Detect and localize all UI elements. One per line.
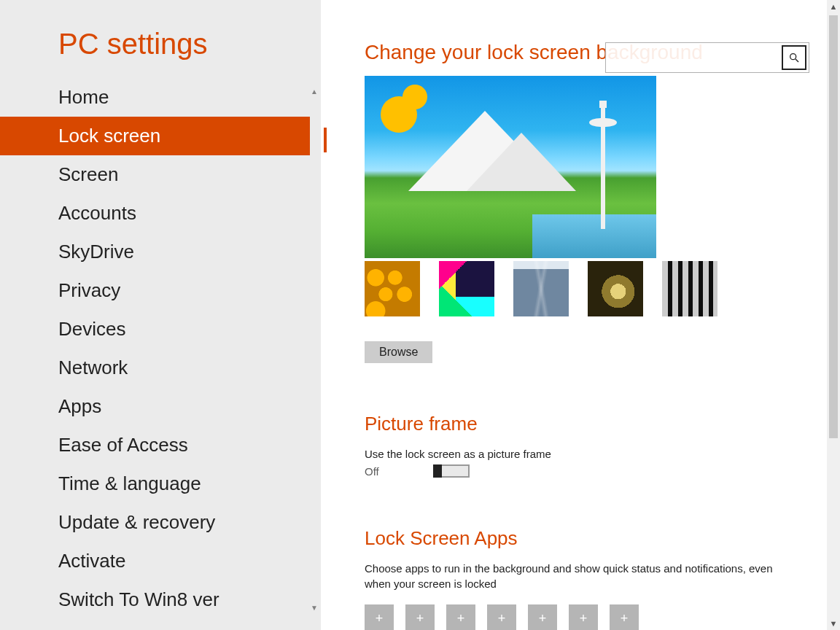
- toggle-knob-icon: [433, 464, 442, 478]
- bg-thumb-honeycomb[interactable]: [365, 261, 420, 316]
- settings-nav: Home Lock screen Screen Accounts SkyDriv…: [0, 78, 310, 619]
- nav-screen[interactable]: Screen: [0, 155, 310, 194]
- bg-thumb-color-blocks[interactable]: [439, 261, 494, 316]
- scroll-down-icon[interactable]: ▼: [310, 604, 319, 612]
- picture-frame-heading: Picture frame: [365, 413, 796, 435]
- bg-thumb-nautilus[interactable]: [588, 261, 643, 316]
- nav-time-language[interactable]: Time & language: [0, 464, 310, 503]
- lock-app-slot[interactable]: [405, 604, 435, 630]
- water-icon: [532, 214, 656, 258]
- cloud-icon: [402, 85, 427, 109]
- scroll-down-icon[interactable]: ▼: [827, 617, 840, 630]
- nav-privacy[interactable]: Privacy: [0, 271, 310, 310]
- lock-app-slot[interactable]: [528, 604, 557, 630]
- nav-update-recovery[interactable]: Update & recovery: [0, 503, 310, 542]
- picture-frame-desc: Use the lock screen as a picture frame: [365, 447, 788, 462]
- magnifier-icon: [788, 52, 800, 63]
- window-scrollbar[interactable]: ▲ ▼: [827, 0, 840, 630]
- picture-frame-toggle-row: Off: [365, 464, 796, 478]
- background-thumbnails: [365, 261, 796, 316]
- space-needle-icon: [601, 105, 605, 229]
- search-box: [605, 42, 809, 73]
- plus-icon: [498, 611, 506, 626]
- nav-skydrive[interactable]: SkyDrive: [0, 233, 310, 271]
- browse-button[interactable]: Browse: [365, 341, 432, 363]
- lock-app-slot[interactable]: [446, 604, 475, 630]
- scroll-up-icon[interactable]: ▲: [310, 88, 319, 96]
- nav-network[interactable]: Network: [0, 349, 310, 387]
- picture-frame-toggle-state: Off: [365, 465, 379, 478]
- sidebar-title: PC settings: [0, 28, 321, 61]
- plus-icon: [376, 611, 384, 626]
- lock-app-slot[interactable]: [569, 604, 598, 630]
- nav-home[interactable]: Home: [0, 78, 310, 117]
- lock-app-slot[interactable]: [610, 604, 639, 630]
- picture-frame-toggle[interactable]: [433, 464, 470, 478]
- plus-icon: [621, 611, 629, 626]
- plus-icon: [457, 611, 465, 626]
- plus-icon: [580, 611, 588, 626]
- bg-thumb-piano-keys[interactable]: [662, 261, 718, 316]
- nav-devices[interactable]: Devices: [0, 310, 310, 349]
- lock-apps-desc: Choose apps to run in the background and…: [365, 561, 788, 591]
- scrollbar-track[interactable]: [827, 13, 840, 617]
- lock-apps-heading: Lock Screen Apps: [365, 527, 796, 550]
- nav-lock-screen[interactable]: Lock screen: [0, 117, 310, 155]
- bg-thumb-subway[interactable]: [513, 261, 569, 316]
- settings-content: Change your lock screen background Brows…: [321, 0, 840, 630]
- nav-apps[interactable]: Apps: [0, 387, 310, 426]
- nav-accounts[interactable]: Accounts: [0, 194, 310, 233]
- scroll-up-icon[interactable]: ▲: [827, 0, 840, 13]
- lock-app-slot[interactable]: [487, 604, 516, 630]
- svg-line-1: [796, 59, 798, 62]
- plus-icon: [539, 611, 547, 626]
- nav-ease-of-access[interactable]: Ease of Access: [0, 426, 310, 464]
- settings-sidebar: PC settings Home Lock screen Screen Acco…: [0, 0, 321, 630]
- svg-point-0: [790, 54, 796, 60]
- nav-activate[interactable]: Activate: [0, 542, 310, 580]
- nav-switch-win8[interactable]: Switch To Win8 ver: [0, 580, 310, 619]
- lockscreen-preview[interactable]: [365, 76, 656, 258]
- app-root: PC settings Home Lock screen Screen Acco…: [0, 0, 840, 630]
- plus-icon: [416, 611, 424, 626]
- lock-app-slots: [365, 604, 796, 630]
- search-button[interactable]: [782, 45, 806, 70]
- sidebar-scrollbar[interactable]: ▲ ▼: [310, 88, 319, 612]
- lock-app-slot[interactable]: [365, 604, 394, 630]
- search-input[interactable]: [606, 43, 782, 72]
- scrollbar-handle[interactable]: [829, 15, 838, 438]
